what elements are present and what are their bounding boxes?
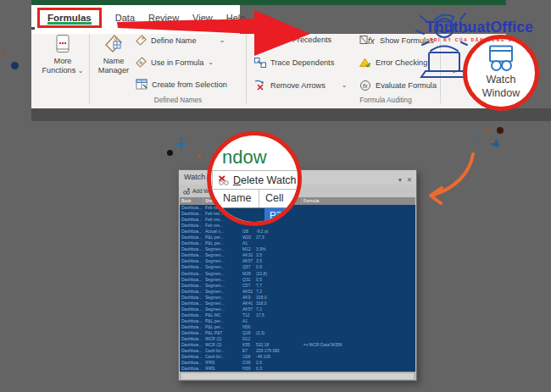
- trace-dependents-label: Trace Dependents: [270, 58, 334, 67]
- svg-text:fx: fx: [139, 60, 143, 65]
- decor-plus: [492, 140, 499, 147]
- site-logo-tagline: TRÍ KỶ CỦA DÂN CÔNG SỞ: [430, 37, 517, 42]
- decor-plus: [175, 138, 186, 149]
- decor-dot: [167, 150, 173, 156]
- table-row[interactable]: Dashboa...Segmen...M123,9%: [180, 246, 415, 252]
- use-in-formula-label: Use in Formula: [151, 58, 203, 67]
- column-header-formula: Formula: [302, 197, 415, 205]
- table-row[interactable]: Dashboa...Segmen...C577,7: [180, 283, 415, 289]
- trace-precedents-icon: [254, 35, 266, 45]
- table-row[interactable]: Dashboa...Cash bri...E7229 179 082: [180, 348, 415, 354]
- table-row[interactable]: Dashboa...WCR (2)K55532,18=+'WCR Data'!M…: [180, 342, 415, 348]
- remove-arrows-icon: [254, 80, 266, 91]
- trace-precedents-label: Trace Precedents: [270, 36, 331, 44]
- table-row[interactable]: Dashboa...P&L P&TQ28(2,3): [180, 330, 415, 336]
- trace-dependents-button[interactable]: Trace Dependents: [254, 58, 334, 68]
- delete-watch-icon: [218, 175, 229, 185]
- magnified-heading-fragment: ndow: [222, 146, 267, 168]
- error-checking-icon: [359, 58, 371, 68]
- decor-dot: [477, 136, 480, 139]
- watch-window-icon[interactable]: [467, 45, 535, 72]
- tab-help[interactable]: Help: [226, 13, 246, 23]
- use-in-formula-button[interactable]: fx Use in Formula ⌄: [136, 57, 214, 68]
- create-from-selection-label: Create from Selection: [152, 80, 227, 89]
- table-row[interactable]: Dashboa...Segmen...AK313,5: [180, 252, 415, 258]
- group-divider: [246, 34, 247, 103]
- screenshot-root: FormulasDataReviewViewHelp More Function…: [0, 0, 551, 392]
- table-row[interactable]: Dashboa...Segmen...AK573,5: [180, 258, 415, 264]
- more-functions-button[interactable]: More Functions ⌄: [38, 34, 87, 75]
- chevron-down-icon[interactable]: ⌄: [208, 58, 214, 66]
- decor-dot: [485, 129, 488, 132]
- formula-auditing-group-label: Formula Auditing: [335, 97, 437, 104]
- name-manager-button[interactable]: Name Manager: [93, 34, 134, 75]
- table-row[interactable]: Dashboa...IFRSO392,6: [180, 360, 415, 366]
- table-row[interactable]: Dashboa...Segmen...AK9318,0: [180, 295, 415, 301]
- tag-fx-icon: fx: [136, 57, 147, 68]
- tag-icon: [136, 35, 147, 46]
- decor-dot: [3, 51, 6, 54]
- table-row[interactable]: Dashboa...P&L per...A1: [180, 240, 415, 246]
- define-name-button[interactable]: Define Name ⌄: [136, 35, 225, 46]
- create-from-selection-icon: [136, 79, 147, 90]
- watch-window-button[interactable]: Watch Window: [467, 73, 535, 100]
- svg-text:fx: fx: [368, 36, 376, 46]
- formula-bar-strip: [31, 108, 551, 121]
- magnified-cell-header: Cell: [265, 192, 284, 204]
- table-row[interactable]: Dashboa...WCR (2)D12: [180, 336, 415, 342]
- name-manager-label-2: Manager: [98, 66, 129, 75]
- table-row[interactable]: Dashboa...Feb res...: [180, 211, 415, 217]
- table-row[interactable]: Dashboa...Segmen...Q570,9: [180, 264, 415, 270]
- table-row[interactable]: Dashboa...P&L MCT1217,5: [180, 312, 415, 318]
- table-row[interactable]: Dashboa...P&L per...A1: [180, 318, 415, 324]
- table-row[interactable]: Dashboa...P&L per...N56: [180, 324, 415, 330]
- table-row[interactable]: Dashboa...Actual v...I28-9,2 pt: [180, 229, 415, 235]
- table-row[interactable]: Dashboa...Feb res...: [180, 217, 415, 223]
- delete-watch-button[interactable]: Delete Watch: [212, 170, 300, 190]
- more-functions-icon: [54, 34, 71, 54]
- tab-data[interactable]: Data: [115, 13, 135, 23]
- chevron-down-icon: ⌄: [78, 67, 84, 75]
- chevron-down-icon[interactable]: ⌄: [220, 36, 225, 44]
- column-header-book: Book: [180, 197, 203, 205]
- magnified-column-headers: Name Cell: [211, 190, 298, 208]
- table-row[interactable]: Dashboa...Segmen...AK41318,0: [180, 301, 415, 306]
- tab-view[interactable]: View: [192, 13, 213, 23]
- table-row[interactable]: Dashboa...Segmen...AK577,2: [180, 306, 415, 312]
- add-watch-icon: [183, 188, 190, 195]
- ribbon-tabs: FormulasDataReviewViewHelp: [37, 7, 245, 29]
- tab-formulas[interactable]: Formulas: [37, 8, 102, 28]
- table-row[interactable]: Dashboa...P&L per...W2027,9: [180, 235, 415, 240]
- watch-window-label-2: Window: [482, 87, 520, 99]
- tab-review[interactable]: Review: [148, 13, 179, 23]
- delete-watch-magnifier-circle: ndow Delete Watch Name Cell P30: [207, 131, 302, 226]
- more-functions-label-1: More: [54, 57, 72, 65]
- table-row[interactable]: Dashboa...Segmen...M28(21,8): [180, 271, 415, 277]
- decor-dash: [31, 27, 35, 30]
- create-from-selection-button[interactable]: Create from Selection: [136, 79, 227, 90]
- table-row[interactable]: Dashboa...Feb res...: [180, 223, 415, 229]
- decor-dot: [198, 154, 201, 157]
- defined-names-group-label: Defined Names: [127, 97, 229, 104]
- group-divider: [89, 34, 90, 103]
- trace-precedents-button[interactable]: Trace Precedents: [254, 35, 331, 45]
- remove-arrows-label: Remove Arrows: [270, 81, 326, 90]
- delete-watch-label: Delete Watch: [233, 174, 297, 186]
- show-formulas-icon: fx: [359, 35, 376, 46]
- table-row[interactable]: Dashboa...Cash bri...U28-45 105: [180, 354, 415, 360]
- evaluate-formula-icon: fx: [359, 80, 371, 91]
- chevron-down-icon[interactable]: ⌄: [342, 81, 348, 89]
- name-manager-icon: [103, 34, 124, 54]
- table-row[interactable]: Dashboa...IFRSH390,3: [180, 366, 415, 372]
- orange-curved-arrow: [434, 154, 473, 195]
- watch-window-label-1: Watch: [487, 74, 516, 86]
- table-row[interactable]: Dashboa...Segmen...Q310,5: [180, 277, 415, 283]
- remove-arrows-button[interactable]: Remove Arrows ⌄: [254, 80, 348, 91]
- chevron-down-icon[interactable]: ⌄: [450, 64, 458, 75]
- table-row[interactable]: Dashboa...Segmen...AK517,2: [180, 289, 415, 295]
- watch-window-highlight-circle: Watch Window: [463, 35, 539, 111]
- site-logo: ThuthuatOffice: [426, 19, 533, 36]
- dialog-footer: [180, 372, 415, 380]
- trace-dependents-icon: [254, 58, 266, 68]
- svg-text:fx: fx: [363, 83, 368, 89]
